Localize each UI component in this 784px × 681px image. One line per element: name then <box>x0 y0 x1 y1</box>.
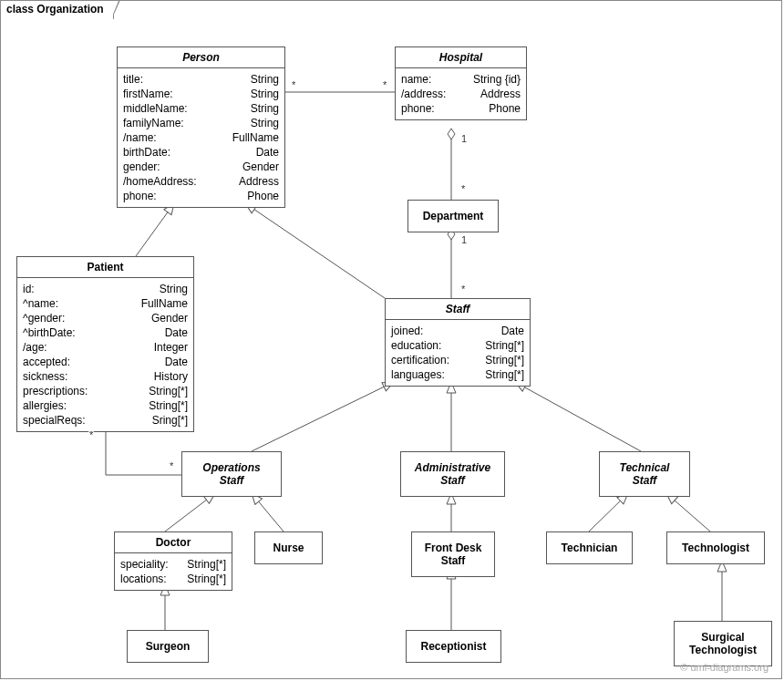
attribute-row: name:String {id} <box>401 72 521 87</box>
attribute-row: phone:Phone <box>123 189 279 203</box>
class-receptionist: Receptionist <box>406 630 501 663</box>
attribute-row: certification:String[*] <box>391 353 524 367</box>
class-nurse: Nurse <box>254 531 323 564</box>
class-administrative-staff: Administrative Staff <box>400 451 505 497</box>
attribute-row: gender:Gender <box>123 160 279 174</box>
attribute-row: accepted:Date <box>23 355 188 369</box>
attribute-row: ^gender:Gender <box>23 311 188 325</box>
class-hospital: Hospital name:String {id}/address:Addres… <box>395 46 527 120</box>
multiplicity: * <box>291 79 296 90</box>
class-technologist: Technologist <box>666 531 765 564</box>
svg-line-7 <box>515 382 641 451</box>
attribute-row: middleName:String <box>123 101 279 116</box>
class-surgeon: Surgeon <box>127 630 209 663</box>
class-title: Staff <box>386 299 530 320</box>
multiplicity: * <box>460 284 466 294</box>
class-title: Patient <box>17 257 193 278</box>
attribute-row: languages:String[*] <box>391 367 524 382</box>
svg-line-3 <box>136 203 174 256</box>
attribute-row: /name:FullName <box>123 130 279 145</box>
class-surgical-technologist: Surgical Technologist <box>674 621 772 666</box>
svg-line-5 <box>252 382 394 451</box>
attribute-row: familyName:String <box>123 116 279 130</box>
multiplicity: * <box>88 429 94 440</box>
attribute-row: allergies:String[*] <box>23 398 188 413</box>
attribute-row: speciality:String[*] <box>120 557 226 572</box>
class-attrs: name:String {id}/address:Addressphone:Ph… <box>396 68 526 119</box>
svg-line-12 <box>666 493 710 531</box>
attribute-row: /homeAddress:Address <box>123 174 279 189</box>
svg-line-4 <box>245 203 385 298</box>
class-attrs: speciality:String[*]locations:String[*] <box>115 553 232 590</box>
class-attrs: joined:Dateeducation:String[*]certificat… <box>386 320 530 386</box>
class-technical-staff: Technical Staff <box>599 451 690 497</box>
multiplicity: 1 <box>460 133 468 144</box>
class-department: Department <box>407 200 499 232</box>
class-title: Person <box>118 47 284 68</box>
class-patient: Patient id:String^name:FullName^gender:G… <box>16 256 194 432</box>
svg-line-8 <box>165 493 215 531</box>
class-attrs: id:String^name:FullName^gender:Gender^bi… <box>17 278 193 431</box>
multiplicity: * <box>460 183 466 194</box>
class-technician: Technician <box>546 531 633 564</box>
attribute-row: ^birthDate:Date <box>23 325 188 340</box>
class-person: Person title:StringfirstName:Stringmiddl… <box>117 46 285 208</box>
attribute-row: locations:String[*] <box>120 572 226 586</box>
attribute-row: specialReqs:Sring[*] <box>23 413 188 428</box>
attribute-row: /address:Address <box>401 87 521 101</box>
attribute-row: firstName:String <box>123 87 279 101</box>
attribute-row: prescriptions:String[*] <box>23 384 188 398</box>
attribute-row: joined:Date <box>391 324 524 338</box>
attribute-row: /age:Integer <box>23 340 188 355</box>
class-operations-staff: Operations Staff <box>181 451 282 497</box>
class-title: Hospital <box>396 47 526 68</box>
class-front-desk-staff: Front Desk Staff <box>411 531 495 577</box>
watermark: © uml-diagrams.org <box>680 662 769 673</box>
attribute-row: education:String[*] <box>391 338 524 353</box>
attribute-row: birthDate:Date <box>123 145 279 160</box>
class-doctor: Doctor speciality:String[*]locations:Str… <box>114 531 232 591</box>
attribute-row: sickness:History <box>23 369 188 384</box>
multiplicity: * <box>169 460 174 471</box>
class-staff: Staff joined:Dateeducation:String[*]cert… <box>385 298 531 387</box>
attribute-row: id:String <box>23 282 188 296</box>
svg-line-11 <box>589 493 628 531</box>
svg-line-9 <box>252 493 284 531</box>
class-title: Doctor <box>115 532 232 553</box>
multiplicity: 1 <box>460 234 468 245</box>
class-attrs: title:StringfirstName:StringmiddleName:S… <box>118 68 284 207</box>
attribute-row: ^name:FullName <box>23 296 188 311</box>
multiplicity: * <box>382 79 387 90</box>
attribute-row: title:String <box>123 72 279 87</box>
uml-frame: class Organization <box>0 0 782 679</box>
attribute-row: phone:Phone <box>401 101 521 116</box>
frame-title: class Organization <box>0 0 114 19</box>
